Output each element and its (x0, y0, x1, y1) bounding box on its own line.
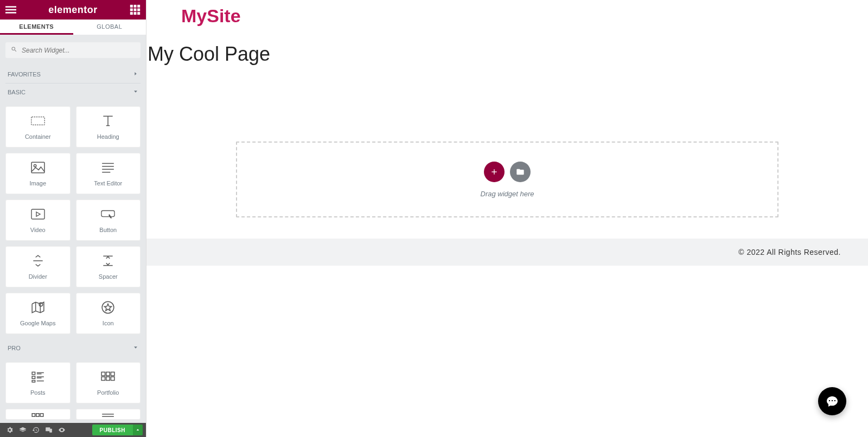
widget-portfolio[interactable]: Portfolio (76, 362, 141, 403)
navigator-icon[interactable] (16, 423, 29, 436)
widget-icon[interactable]: Icon (76, 293, 141, 334)
svg-rect-6 (130, 9, 133, 11)
star-circle-icon (101, 300, 115, 314)
svg-rect-22 (31, 209, 44, 219)
svg-rect-16 (31, 162, 44, 173)
widget-label: Video (30, 227, 46, 233)
widget-spacer[interactable]: Spacer (76, 246, 141, 287)
image-icon (31, 160, 45, 175)
svg-rect-3 (130, 5, 133, 8)
widget-video[interactable]: Video (5, 200, 71, 241)
sidebar: elementor ELEMENTS GLOBAL FAVORITES BASI… (0, 0, 146, 437)
add-section-button[interactable] (484, 162, 505, 182)
widget-label: Text Editor (94, 180, 122, 187)
section-favorites[interactable]: FAVORITES (0, 66, 146, 83)
spacer-icon (101, 254, 115, 268)
svg-rect-49 (40, 414, 43, 416)
site-title: MySite (146, 0, 868, 27)
divider-icon (31, 254, 45, 268)
pro-widgets: Posts Portfolio (0, 357, 146, 423)
widget-label: Spacer (99, 273, 118, 280)
bottom-bar: PUBLISH (0, 423, 146, 437)
svg-rect-43 (111, 372, 115, 376)
preview-icon[interactable] (55, 423, 68, 436)
section-pro[interactable]: PRO (0, 339, 146, 357)
section-favorites-label: FAVORITES (8, 71, 41, 78)
container-icon (31, 114, 45, 128)
widget-container[interactable]: Container (5, 106, 71, 147)
search-input[interactable] (17, 47, 135, 54)
basic-widgets: Container Heading Image Text Editor (0, 101, 146, 339)
svg-point-17 (34, 165, 36, 167)
svg-rect-12 (31, 117, 44, 125)
svg-rect-2 (5, 12, 16, 13)
widget-label: Button (99, 227, 117, 233)
sidebar-scroll[interactable]: FAVORITES BASIC Container Heading (0, 35, 146, 423)
widget-texteditor[interactable]: Text Editor (76, 153, 141, 194)
history-icon[interactable] (29, 423, 42, 436)
footer-text: © 2022 All Rights Reserved. (738, 248, 841, 256)
widget-posts[interactable]: Posts (5, 362, 71, 403)
svg-rect-9 (130, 12, 133, 15)
chevron-down-icon (133, 89, 138, 95)
svg-rect-47 (32, 414, 35, 416)
map-icon (31, 300, 45, 314)
publish-button[interactable]: PUBLISH (92, 425, 133, 435)
widget-googlemaps[interactable]: Google Maps (5, 293, 71, 334)
drop-hint: Drag widget here (481, 190, 534, 198)
widget-divider[interactable]: Divider (5, 246, 71, 287)
svg-rect-11 (137, 12, 140, 15)
widget-label: Heading (97, 133, 119, 140)
canvas[interactable]: MySite My Cool Page Drag widget here © 2… (146, 0, 868, 437)
responsive-icon[interactable] (42, 423, 55, 436)
svg-rect-0 (5, 6, 16, 8)
svg-rect-45 (106, 377, 110, 381)
svg-rect-7 (134, 9, 137, 11)
placeholder-icon (101, 409, 115, 420)
sidebar-header: elementor (0, 0, 146, 20)
svg-rect-36 (32, 376, 35, 378)
svg-rect-39 (32, 381, 35, 382)
tab-elements[interactable]: ELEMENTS (0, 20, 73, 35)
search-icon (11, 46, 17, 54)
svg-rect-10 (134, 12, 137, 15)
widget-heading[interactable]: Heading (76, 106, 141, 147)
chevron-down-icon (133, 345, 138, 351)
heading-icon (101, 114, 115, 128)
button-icon (101, 207, 115, 221)
svg-rect-48 (36, 414, 39, 416)
page-title: My Cool Page (146, 27, 868, 66)
chat-button[interactable] (818, 387, 846, 415)
chevron-right-icon (133, 71, 138, 78)
texteditor-icon (101, 160, 115, 175)
page-footer: © 2022 All Rights Reserved. (146, 239, 868, 266)
widget-label: Posts (30, 389, 46, 396)
video-icon (31, 207, 45, 221)
template-button[interactable] (510, 162, 531, 182)
svg-rect-24 (101, 211, 114, 217)
placeholder-icon (31, 409, 45, 420)
svg-rect-1 (5, 9, 16, 11)
publish-dropdown[interactable] (133, 425, 143, 435)
widget-button[interactable]: Button (76, 200, 141, 241)
tab-global[interactable]: GLOBAL (73, 20, 146, 35)
widget-label: Divider (29, 273, 47, 280)
search-box[interactable] (5, 42, 141, 58)
menu-icon[interactable] (5, 4, 16, 15)
section-basic[interactable]: BASIC (0, 83, 146, 101)
dropzone[interactable]: Drag widget here (236, 142, 778, 217)
panel-tabs: ELEMENTS GLOBAL (0, 20, 146, 35)
widget-label: Image (29, 180, 46, 187)
svg-rect-41 (101, 372, 105, 376)
posts-icon (31, 370, 45, 384)
widget-image[interactable]: Image (5, 153, 71, 194)
svg-marker-23 (36, 212, 40, 216)
widget-partial-2[interactable] (76, 409, 141, 420)
section-basic-label: BASIC (8, 89, 25, 95)
portfolio-icon (101, 370, 115, 384)
widget-label: Google Maps (20, 320, 55, 326)
panel-grid-icon[interactable] (130, 4, 141, 15)
settings-icon[interactable] (3, 423, 16, 436)
svg-rect-46 (111, 377, 115, 381)
widget-partial-1[interactable] (5, 409, 71, 420)
